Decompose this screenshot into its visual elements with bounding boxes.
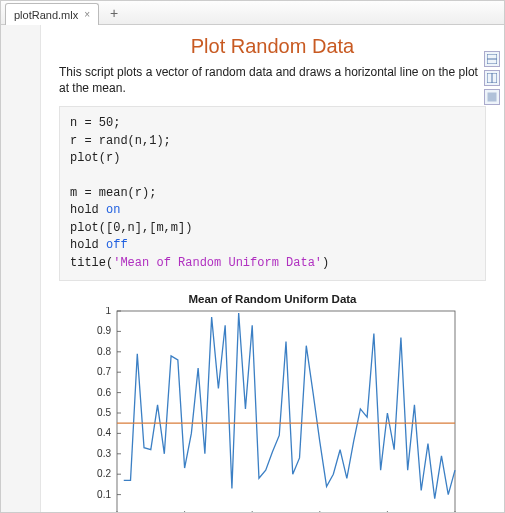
- add-tab-button[interactable]: +: [103, 2, 125, 24]
- editor-body: Plot Random Data This script plots a vec…: [1, 25, 504, 512]
- layout-button-1[interactable]: [484, 51, 500, 67]
- svg-text:0.8: 0.8: [97, 346, 111, 357]
- svg-text:0.4: 0.4: [97, 427, 111, 438]
- chart-plot: 0.10.20.30.40.50.60.70.80.9101020304050: [83, 307, 463, 512]
- svg-text:0.2: 0.2: [97, 468, 111, 479]
- tab-plotrand[interactable]: plotRand.mlx ×: [5, 3, 99, 25]
- layout-button-2[interactable]: [484, 70, 500, 86]
- svg-text:0.3: 0.3: [97, 448, 111, 459]
- left-gutter: [1, 25, 41, 512]
- right-toolbar: [484, 51, 502, 105]
- tab-bar: plotRand.mlx × +: [1, 1, 504, 25]
- svg-text:0.5: 0.5: [97, 407, 111, 418]
- chart-title: Mean of Random Uniform Data: [71, 293, 474, 305]
- code-block[interactable]: n = 50; r = rand(n,1); plot(r) m = mean(…: [59, 106, 486, 281]
- svg-text:0.1: 0.1: [97, 488, 111, 499]
- layout-button-3[interactable]: [484, 89, 500, 105]
- page-description: This script plots a vector of random dat…: [59, 64, 486, 96]
- document-content: Plot Random Data This script plots a vec…: [41, 25, 504, 512]
- chart-output: Mean of Random Uniform Data 0.10.20.30.4…: [71, 293, 474, 512]
- svg-text:0.9: 0.9: [97, 325, 111, 336]
- svg-rect-37: [488, 93, 496, 101]
- close-icon[interactable]: ×: [84, 9, 90, 20]
- tab-label: plotRand.mlx: [14, 9, 78, 21]
- svg-text:0.6: 0.6: [97, 386, 111, 397]
- svg-text:0.7: 0.7: [97, 366, 111, 377]
- live-editor-window: plotRand.mlx × + Plot Random Data This s…: [0, 0, 505, 513]
- svg-text:1: 1: [105, 307, 111, 316]
- page-title: Plot Random Data: [59, 35, 486, 58]
